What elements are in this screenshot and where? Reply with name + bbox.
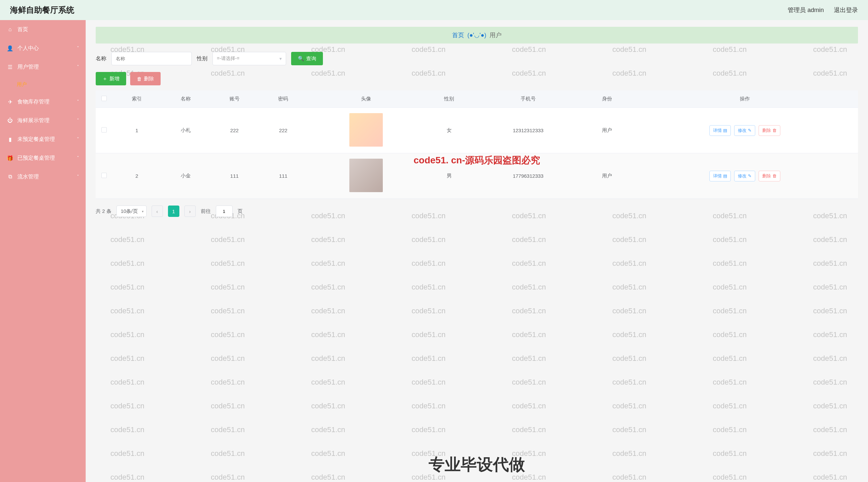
cell-password: 111 <box>259 153 308 199</box>
detail-icon: ▤ <box>723 128 727 133</box>
column-header: 性别 <box>425 90 473 108</box>
row-checkbox[interactable] <box>101 173 107 178</box>
sidebar-item-label: 食物库存管理 <box>18 98 50 106</box>
name-input[interactable] <box>112 52 192 65</box>
gift-icon: 🎁 <box>7 155 13 161</box>
page-size-select[interactable]: 10条/页 <box>117 206 147 217</box>
jump-input[interactable] <box>216 206 232 217</box>
users-icon: ☰ <box>7 64 13 70</box>
main-content: 首页 (●'◡'●) 用户 名称 性别 =-请选择-= ▾ 🔍 查询 ＋ 新增 … <box>86 20 868 482</box>
chevron-down-icon: ˅ <box>77 46 79 51</box>
delete-button[interactable]: 🗑 删除 <box>130 72 161 85</box>
sidebar-item-6[interactable]: 🎁已预定餐桌管理˅ <box>0 149 86 168</box>
next-page-button[interactable]: › <box>184 206 196 217</box>
row-checkbox[interactable] <box>101 127 107 132</box>
prev-page-button[interactable]: ‹ <box>152 206 163 217</box>
cell-name: 小札 <box>161 108 210 153</box>
search-button-label: 查询 <box>306 56 316 62</box>
cell-account: 222 <box>210 108 259 153</box>
trash-icon: 🗑 <box>772 173 777 178</box>
cell-password: 222 <box>259 108 308 153</box>
trash-icon: 🗑 <box>137 76 142 82</box>
sidebar: ⌂首页👤个人中心˅☰用户管理˄用户✈食物库存管理˅⏻海鲜展示管理˅▮未预定餐桌管… <box>0 20 86 482</box>
copy-icon: ⧉ <box>7 174 13 180</box>
edit-button[interactable]: 修改 ✎ <box>734 171 755 181</box>
edit-icon: ✎ <box>748 128 751 133</box>
detail-button[interactable]: 详情 ▤ <box>709 171 731 181</box>
sidebar-item-label: 个人中心 <box>18 45 39 52</box>
detail-icon: ▤ <box>723 173 727 178</box>
header: 海鲜自助餐厅系统 管理员 admin 退出登录 <box>0 0 868 20</box>
pagination: 共 2 条 10条/页 ‹ 1 › 前往 页 <box>96 199 858 223</box>
column-header: 头像 <box>308 90 425 108</box>
cell-phone: 12312312333 <box>473 108 583 153</box>
watermark-overlay-2: 专业毕设代做 <box>429 454 525 475</box>
sidebar-subitem[interactable]: 用户 <box>0 76 86 92</box>
header-right: 管理员 admin 退出登录 <box>788 6 858 14</box>
cell-gender: 男 <box>425 153 473 199</box>
search-button[interactable]: 🔍 查询 <box>291 52 323 65</box>
sidebar-item-label: 流水管理 <box>18 173 39 180</box>
cell-avatar <box>308 108 425 153</box>
total-count: 共 2 条 <box>96 208 112 215</box>
plus-icon: ＋ <box>102 76 107 82</box>
sidebar-item-7[interactable]: ⧉流水管理˅ <box>0 168 86 186</box>
column-header: 操作 <box>631 90 858 108</box>
select-all-checkbox[interactable] <box>101 96 107 101</box>
avatar-image <box>349 113 383 147</box>
sidebar-item-4[interactable]: ⏻海鲜展示管理˅ <box>0 111 86 130</box>
trash-icon: 🗑 <box>772 128 777 133</box>
sidebar-item-label: 海鲜展示管理 <box>18 117 50 124</box>
chevron-up-icon: ˄ <box>77 65 79 69</box>
breadcrumb-face: (●'◡'●) <box>467 31 487 39</box>
edit-button[interactable]: 修改 ✎ <box>734 125 755 136</box>
sidebar-item-label: 已预定餐桌管理 <box>18 155 55 162</box>
sidebar-item-2[interactable]: ☰用户管理˄ <box>0 58 86 76</box>
row-actions: 详情 ▤ 修改 ✎ 删除 🗑 <box>635 171 855 181</box>
cell-idx: 2 <box>113 153 161 199</box>
add-button-label: 新增 <box>110 76 120 82</box>
gender-label: 性别 <box>197 55 208 62</box>
power-icon: ⏻ <box>7 118 13 123</box>
chevron-down-icon: ˅ <box>77 118 79 123</box>
row-delete-button[interactable]: 删除 🗑 <box>758 125 780 136</box>
chevron-down-icon: ˅ <box>77 137 79 142</box>
breadcrumb-current: 用户 <box>490 31 502 39</box>
chevron-down-icon: ˅ <box>77 99 79 104</box>
actions-bar: ＋ 新增 🗑 删除 <box>96 72 858 85</box>
breadcrumb-home[interactable]: 首页 <box>452 31 464 39</box>
sidebar-item-1[interactable]: 👤个人中心˅ <box>0 39 86 58</box>
send-icon: ✈ <box>7 99 13 105</box>
cell-idx: 1 <box>113 108 161 153</box>
jump-suffix: 页 <box>238 208 243 215</box>
user-icon: 👤 <box>7 45 13 52</box>
chevron-down-icon: ˅ <box>77 156 79 160</box>
delete-button-label: 删除 <box>144 76 154 82</box>
sidebar-item-0[interactable]: ⌂首页 <box>0 20 86 39</box>
bookmark-icon: ▮ <box>7 136 13 143</box>
cell-role: 用户 <box>583 153 631 199</box>
user-info[interactable]: 管理员 admin <box>788 6 824 14</box>
row-actions: 详情 ▤ 修改 ✎ 删除 🗑 <box>635 125 855 136</box>
chevron-down-icon: ▾ <box>279 56 282 61</box>
search-icon: 🔍 <box>298 56 304 62</box>
cell-phone: 17796312333 <box>473 153 583 199</box>
gender-select-value: =-请选择-= <box>217 56 240 62</box>
edit-icon: ✎ <box>748 173 751 178</box>
column-header: 账号 <box>210 90 259 108</box>
column-header: 索引 <box>113 90 161 108</box>
gender-select[interactable]: =-请选择-= ▾ <box>213 52 286 65</box>
add-button[interactable]: ＋ 新增 <box>96 72 126 85</box>
sidebar-item-5[interactable]: ▮未预定餐桌管理˅ <box>0 130 86 149</box>
detail-button[interactable]: 详情 ▤ <box>709 125 731 136</box>
logout-link[interactable]: 退出登录 <box>834 6 858 14</box>
avatar-image <box>349 159 383 192</box>
page-1-button[interactable]: 1 <box>168 206 179 217</box>
name-label: 名称 <box>96 55 106 62</box>
sidebar-item-3[interactable]: ✈食物库存管理˅ <box>0 92 86 111</box>
page-size-value: 10条/页 <box>121 208 138 215</box>
cell-avatar <box>308 153 425 199</box>
row-delete-button[interactable]: 删除 🗑 <box>758 171 780 181</box>
column-header: 手机号 <box>473 90 583 108</box>
column-header: 身份 <box>583 90 631 108</box>
